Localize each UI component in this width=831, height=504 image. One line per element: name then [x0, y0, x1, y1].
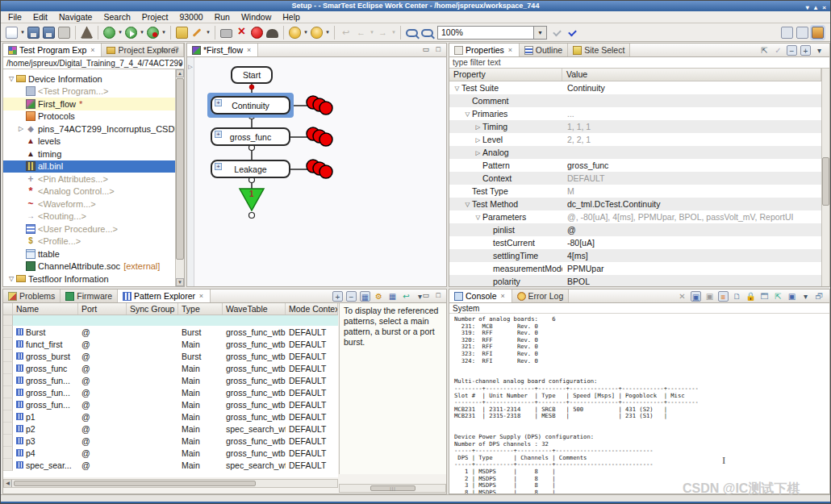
- filter-row[interactable]: [3, 315, 338, 326]
- menu-93000[interactable]: 93000: [173, 11, 208, 23]
- display-console-icon[interactable]: [787, 291, 797, 302]
- restore-view-icon[interactable]: [759, 45, 770, 56]
- close-icon[interactable]: [245, 46, 253, 54]
- close-icon[interactable]: [507, 46, 514, 54]
- scroll-left-icon[interactable]: ◀: [4, 480, 12, 487]
- tree-scrollbar[interactable]: ▲ ▼: [175, 69, 184, 286]
- tab-problems[interactable]: Problems: [3, 289, 61, 302]
- pattern-row-p1[interactable]: p1@Maingross_func_wtbDEFAULT: [3, 410, 338, 423]
- run-dropdown-icon[interactable]: [139, 29, 145, 35]
- menu-run[interactable]: Run: [209, 11, 236, 23]
- twistie-icon[interactable]: ▽: [6, 75, 16, 82]
- offline-icon[interactable]: [266, 29, 278, 38]
- tab-test-program-exp[interactable]: Test Program Exp: [3, 44, 102, 56]
- column-wavetable[interactable]: WaveTable: [223, 303, 286, 314]
- properties-scrollbar[interactable]: [821, 69, 829, 286]
- zoom-combo-dropdown-icon[interactable]: ▾: [533, 27, 546, 39]
- open-perspective-icon[interactable]: [781, 27, 793, 39]
- scroll-thumb[interactable]: [822, 157, 829, 206]
- debug-dropdown-icon[interactable]: [117, 29, 123, 35]
- apply-icon[interactable]: [773, 45, 783, 56]
- column-value[interactable]: Value: [562, 69, 821, 81]
- property-row-parameters[interactable]: ▽Parameters@, -80[uA], 4[ms], PPMUpar, B…: [449, 210, 821, 223]
- property-value[interactable]: Continuity: [562, 83, 821, 93]
- property-row-primaries[interactable]: ▽Primaries...: [449, 107, 821, 120]
- close-icon[interactable]: [89, 46, 96, 54]
- property-row-test-method[interactable]: ▽Test Methoddc_tml.DcTest.Continuity: [449, 198, 821, 210]
- property-row-timing[interactable]: ▷Timing1, 1, 1: [449, 120, 821, 133]
- pattern-row-p3[interactable]: p3@Maingross_func_wtbDEFAULT: [3, 435, 338, 447]
- twistie-icon[interactable]: ▽: [453, 85, 461, 92]
- new-dropdown-icon[interactable]: [19, 29, 26, 35]
- expand-all-icon[interactable]: [332, 291, 343, 302]
- column-type[interactable]: Type: [178, 303, 223, 314]
- pattern-row-funct-first[interactable]: funct_first@Maingross_func_wtbDEFAULT: [3, 338, 338, 350]
- twistie-icon[interactable]: ▷: [474, 123, 482, 131]
- tab-pattern-explorer[interactable]: Pattern Explorer: [118, 289, 211, 302]
- pattern-row-gross-fun[interactable]: gross_fun...@Maingross_func_wtbDEFAULT: [3, 386, 338, 398]
- property-value[interactable]: PPMUpar: [562, 264, 821, 273]
- property-value[interactable]: BPOL: [562, 277, 821, 286]
- expand-all-icon[interactable]: [800, 45, 811, 56]
- property-value[interactable]: gross_func: [562, 160, 821, 170]
- menu-help[interactable]: Help: [277, 11, 306, 23]
- property-row-level[interactable]: ▷Level2, 2, 1: [449, 133, 821, 146]
- property-row-test-type[interactable]: Test TypeM: [449, 185, 821, 198]
- property-row-test-suite[interactable]: ▽Test SuiteContinuity: [449, 81, 821, 94]
- terminate-icon[interactable]: [677, 291, 687, 302]
- check-program-icon[interactable]: [566, 27, 578, 39]
- console-output[interactable]: Number of analog boards: 6 231: MCB Rev.…: [449, 314, 829, 494]
- twistie-icon[interactable]: ▽: [463, 110, 472, 118]
- tree-item-routing[interactable]: <Routing...>: [3, 210, 175, 223]
- pin-console-icon[interactable]: [773, 291, 783, 302]
- close-icon[interactable]: [198, 292, 205, 300]
- activity-icon[interactable]: [718, 291, 729, 302]
- save-all-icon[interactable]: [43, 27, 55, 39]
- path-dropdown-icon[interactable]: ▾: [179, 59, 182, 69]
- minimize-maximize-icons[interactable]: ▭ □: [161, 45, 181, 53]
- close-icon[interactable]: [499, 292, 507, 300]
- scroll-thumb[interactable]: [14, 481, 256, 486]
- tab-first-flow[interactable]: *First_flow: [187, 44, 258, 56]
- record-icon[interactable]: [251, 27, 263, 39]
- twistie-icon[interactable]: ▽: [6, 275, 16, 282]
- property-value[interactable]: dc_tml.DcTest.Continuity: [562, 199, 821, 209]
- property-value[interactable]: DEFAULT: [562, 173, 821, 183]
- pattern-table-hscrollbar[interactable]: ◀: [3, 479, 338, 488]
- tree-item-waveform[interactable]: <Waveform...>: [3, 198, 175, 210]
- lamp-dropdown-icon[interactable]: [303, 29, 309, 35]
- property-row-settlingtime[interactable]: settlingTime4[ms]: [449, 249, 821, 262]
- palette-collapsed-strip[interactable]: ▷: [187, 57, 194, 286]
- pattern-tool-icon[interactable]: [387, 291, 398, 302]
- active-perspective-icon[interactable]: [812, 27, 824, 39]
- forward-icon[interactable]: [377, 27, 389, 39]
- revert-icon[interactable]: [401, 291, 411, 302]
- column-sync-group[interactable]: Sync Group: [127, 303, 178, 314]
- property-row-pattern[interactable]: Patterngross_func: [449, 159, 821, 172]
- back-dropdown-icon[interactable]: [369, 29, 375, 35]
- title-bar[interactable]: Setup - - SmarTest Eclipse Work Center -…: [1, 1, 830, 11]
- view-menu-icon[interactable]: [814, 45, 825, 56]
- property-value[interactable]: M: [562, 186, 821, 196]
- tab-firmware[interactable]: Firmware: [61, 289, 118, 302]
- wizard-icon[interactable]: [81, 27, 93, 39]
- tree-item-analog-control[interactable]: <Analog Control...>: [3, 185, 175, 198]
- pattern-row-p4[interactable]: p4@Maingross_func_wtbDEFAULT: [3, 447, 338, 459]
- pattern-row-gross-fun[interactable]: gross_fun...@Maingross_func_wtbDEFAULT: [3, 374, 338, 386]
- tree-item-first-flow[interactable]: First_flow*: [3, 98, 175, 110]
- menu-file[interactable]: File: [2, 11, 27, 23]
- perspective-2-icon[interactable]: [796, 27, 808, 39]
- tree-item-profile[interactable]: <Profile...>: [3, 235, 175, 248]
- debug-icon[interactable]: [103, 27, 115, 39]
- pattern-row-p2[interactable]: p2@Mainspec_search_wtbDEFAULT: [3, 423, 338, 435]
- continuity-node[interactable]: + Continuity: [211, 96, 290, 115]
- pattern-row-gross-func[interactable]: gross_func@Maingross_func_wtbDEFAULT: [3, 362, 338, 374]
- tab-error-log[interactable]: Error Log: [512, 289, 570, 302]
- tree-item-user-procedure[interactable]: <User Procedure...>: [3, 223, 175, 235]
- minimize-maximize-icons[interactable]: ▭ □: [423, 291, 443, 299]
- property-value[interactable]: @, -80[uA], 4[ms], PPMUpar, BPOL, passVo…: [562, 212, 821, 222]
- column-property[interactable]: Property: [449, 69, 562, 81]
- expand-node-icon[interactable]: +: [215, 131, 222, 138]
- print-icon[interactable]: [58, 27, 70, 39]
- forward-dropdown-icon[interactable]: [390, 29, 397, 35]
